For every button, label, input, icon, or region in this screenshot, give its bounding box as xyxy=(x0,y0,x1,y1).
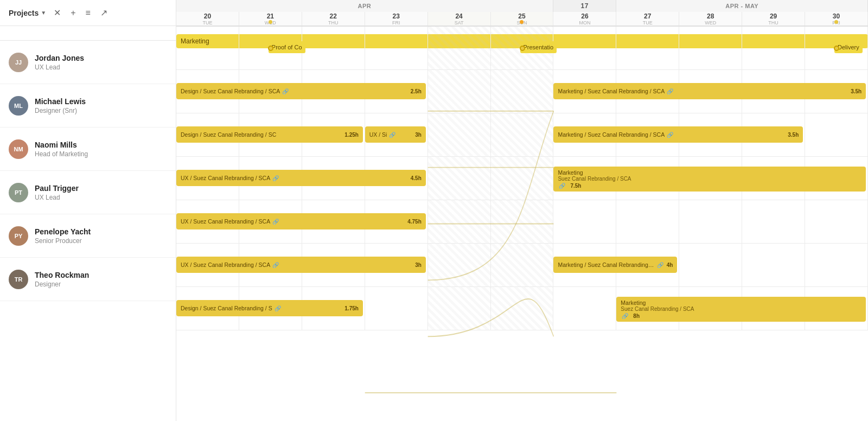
milestone-cell xyxy=(679,27,742,69)
close-icon[interactable]: ✕ xyxy=(52,7,63,19)
month-label-row: APR17APR - MAY xyxy=(176,0,868,12)
team-list: JJ Jordan Jones UX Lead ML Michael Lewis… xyxy=(0,41,176,421)
day-number: 23 xyxy=(392,12,399,20)
task-bar-ml[interactable]: Design / Suez Canal Rebranding / SC1.25h xyxy=(176,126,363,143)
day-header-23: 23FRI xyxy=(365,12,428,25)
milestone-event-label: Proof of Co xyxy=(269,41,305,53)
task-bar-jj[interactable]: Design / Suez Canal Rebranding / SCA🔗2.5… xyxy=(176,83,426,99)
body-cell xyxy=(742,244,805,286)
milestone-cell xyxy=(742,27,805,69)
milestone-cell xyxy=(553,27,616,69)
avatar-initials: ML xyxy=(14,103,23,109)
body-cell xyxy=(805,244,868,286)
bar-hours: 3.5h xyxy=(786,132,799,138)
day-number: 29 xyxy=(770,12,777,20)
body-cell xyxy=(553,200,616,243)
member-row-nm: UX / Suez Canal Rebranding / SCA🔗4.5hMar… xyxy=(176,157,868,200)
day-number: 22 xyxy=(330,12,337,20)
day-name: TUE xyxy=(643,20,653,25)
day-header-22: 22THU xyxy=(302,12,365,25)
day-header-20: 20TUE xyxy=(176,12,239,25)
team-member-py[interactable]: PY Penelope Yacht Senior Producer xyxy=(0,214,176,258)
avatar-pt: PT xyxy=(9,183,28,202)
link-icon: 🔗 xyxy=(275,305,281,311)
task-bar-jj[interactable]: Marketing / Suez Canal Rebranding / SCA🔗… xyxy=(553,83,866,99)
chevron-down-icon: ▼ xyxy=(41,10,46,16)
body-cell xyxy=(679,244,742,286)
milestone-dot xyxy=(834,46,839,51)
day-dot xyxy=(834,20,838,24)
bar-hours: 7.5h xyxy=(568,183,581,189)
projects-dropdown[interactable]: Projects ▼ xyxy=(9,9,46,17)
body-cell xyxy=(491,200,554,243)
bar-text: UX / Suez Canal Rebranding / SCA xyxy=(181,218,270,225)
day-name: SAT xyxy=(455,20,464,25)
bar-hours: 4.75h xyxy=(405,219,422,225)
task-bar-tr[interactable]: MarketingSuez Canal Rebranding / SCA🔗8h xyxy=(616,297,866,322)
day-number: 30 xyxy=(833,12,840,20)
avatar-initials: PY xyxy=(15,233,23,239)
member-name-pt: Paul Trigger xyxy=(35,184,79,193)
project-info xyxy=(0,26,176,41)
day-number: 24 xyxy=(455,12,462,20)
day-header-27: 27TUE xyxy=(616,12,679,25)
milestone-dot xyxy=(520,46,525,51)
body-cell xyxy=(491,244,554,286)
member-role-jj: UX Lead xyxy=(35,63,84,71)
day-header-30: 30FRI xyxy=(805,12,868,25)
member-info-ml: Michael Lewis Designer (Snr) xyxy=(35,97,86,114)
bar-text: UX / Si xyxy=(369,131,387,138)
team-member-nm[interactable]: NM Naomi Mills Head of Marketing xyxy=(0,127,176,171)
avatar-nm: NM xyxy=(9,139,28,159)
bar-text: Marketing xyxy=(621,299,646,306)
team-member-tr[interactable]: TR Theo Rockman Designer xyxy=(0,258,176,301)
add-icon[interactable]: + xyxy=(68,7,78,19)
bar-subtext: Suez Canal Rebranding / SCA xyxy=(558,176,631,182)
milestone-dot xyxy=(268,46,273,51)
task-bar-nm[interactable]: UX / Suez Canal Rebranding / SCA🔗4.5h xyxy=(176,170,426,186)
team-member-pt[interactable]: PT Paul Trigger UX Lead xyxy=(0,171,176,214)
member-info-jj: Jordan Jones UX Lead xyxy=(35,54,84,71)
app-container: Projects ▼ ✕ + ≡ ↗ JJ Jordan Jones UX Le… xyxy=(0,0,868,421)
milestone-row: MarketingProof of CoPresentatioDelivery xyxy=(176,27,868,70)
body-cell xyxy=(616,200,679,243)
member-info-tr: Theo Rockman Designer xyxy=(35,271,89,288)
member-name-py: Penelope Yacht xyxy=(35,227,91,236)
avatar-initials: TR xyxy=(15,276,23,283)
day-header-21: 21WED xyxy=(239,12,302,25)
day-header-29: 29THU xyxy=(742,12,805,25)
body-cell xyxy=(491,113,554,156)
member-name-ml: Michael Lewis xyxy=(35,97,86,106)
member-row-jj: Design / Suez Canal Rebranding / SCA🔗2.5… xyxy=(176,70,868,113)
avatar-py: PY xyxy=(9,226,28,246)
team-member-ml[interactable]: ML Michael Lewis Designer (Snr) xyxy=(0,84,176,127)
export-icon[interactable]: ↗ xyxy=(98,7,110,19)
link-icon: 🔗 xyxy=(657,262,663,268)
milestone-event-label: Presentatio xyxy=(520,41,557,53)
body-cell xyxy=(491,157,554,200)
team-member-jj[interactable]: JJ Jordan Jones UX Lead xyxy=(0,41,176,84)
task-bar-nm[interactable]: MarketingSuez Canal Rebranding / SCA🔗7.5… xyxy=(553,167,866,192)
task-bar-pt[interactable]: UX / Suez Canal Rebranding / SCA🔗4.75h xyxy=(176,213,426,229)
list-icon[interactable]: ≡ xyxy=(84,7,93,19)
bar-hours: 1.25h xyxy=(342,132,359,138)
task-bar-py[interactable]: UX / Suez Canal Rebranding / SCA🔗3h xyxy=(176,257,426,273)
task-bar-py[interactable]: Marketing / Suez Canal Rebranding / S🔗4h xyxy=(553,257,677,273)
task-bar-tr[interactable]: Design / Suez Canal Rebranding / S🔗1.75h xyxy=(176,300,363,316)
body-cell xyxy=(428,244,491,286)
avatar-tr: TR xyxy=(9,270,28,289)
month-label-APR: APR xyxy=(176,0,553,12)
link-icon: 🔗 xyxy=(667,132,673,138)
bar-hours: 8h xyxy=(631,313,640,319)
bar-hours: 3.5h xyxy=(848,88,861,94)
body-cell xyxy=(491,287,554,330)
bar-text: Design / Suez Canal Rebranding / SC xyxy=(181,131,276,138)
timeline-body: MarketingProof of CoPresentatioDelivery … xyxy=(176,27,868,421)
task-bar-ml[interactable]: Marketing / Suez Canal Rebranding / SCA🔗… xyxy=(553,126,803,143)
task-bar-ml[interactable]: UX / Si🔗3h xyxy=(365,126,426,143)
day-name: MON xyxy=(579,20,590,25)
bar-text: UX / Suez Canal Rebranding / SCA xyxy=(181,261,270,268)
day-name: TUE xyxy=(202,20,212,25)
body-cell xyxy=(679,200,742,243)
sidebar-header: Projects ▼ ✕ + ≡ ↗ xyxy=(0,0,176,26)
